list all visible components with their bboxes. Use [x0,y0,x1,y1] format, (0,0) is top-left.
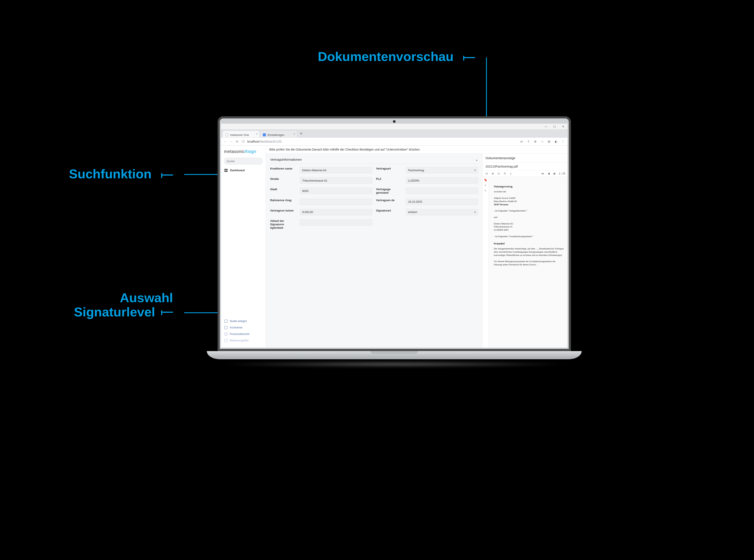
sidebar-link-label: Studie anlegen [230,320,247,323]
field-volumen[interactable]: 9.000,00 [300,209,372,215]
field-rahmen[interactable] [300,199,372,205]
select-signaturart[interactable]: einfach ▾ [406,209,478,215]
page-sep: / [560,172,562,175]
field-gegenstand[interactable] [406,187,478,194]
extensions-icon[interactable]: ⊞ [547,140,552,143]
bookmark-icon[interactable]: ☆ [540,140,544,143]
url-host: localhost [247,140,259,143]
nav-reload-icon[interactable]: ⟳ [235,140,239,143]
browser-tabstrip: metasonic One × Einstellungen × + [221,130,568,137]
main: Bitte prüfen Sie die Dokumente.Danach bi… [266,146,568,348]
contract-info-header[interactable]: Vertragsinformationen ⌄ [269,155,479,164]
browser-addressbar: ← → ⟳ ⓘ localhost/dashboard/1232 ⇄ ⇪ ⊕ ☆… [221,137,568,146]
doc-text: 28307 Bremen [494,203,564,206]
dashboard-icon [224,169,228,172]
translate-icon[interactable]: ⇄ [519,140,524,143]
expand-tool-icon[interactable]: ✕ [484,184,487,187]
field-value: Tribschenstrasse 61 [302,179,328,182]
zoom-in-icon[interactable]: ⊕ [491,172,495,175]
contract-info-panel: Vertragsinformationen ⌄ Kreditoren name … [266,154,482,348]
site-info-icon[interactable]: ⓘ [241,140,245,143]
prev-page-icon[interactable]: ◀ [547,172,551,175]
edit-tool-icon[interactable]: ✎ [484,189,487,192]
field-value: LUZERN [408,179,419,182]
label-volumen: Vertragsvo lumen [270,209,296,215]
callout-doc-preview: Dokumentenvorschau [272,49,475,64]
share-icon[interactable]: ⇪ [526,140,531,143]
field-strasse[interactable]: Tribschenstrasse 61 [300,177,372,184]
first-page-icon[interactable]: ⏮ [541,172,544,175]
callout-doc-preview-text: Dokumentenvorschau [318,49,454,64]
select-value: einfach [408,211,417,214]
url-text[interactable]: localhost/dashboard/1232 [247,140,282,143]
sidebar-link-archiv[interactable]: Archivieren [221,324,265,331]
sidebar-link-studie[interactable]: Studie anlegen [221,318,265,324]
sidebar-bottom: Studie anlegen Archivieren Prozessübersi… [221,316,265,348]
sidebar-item-dashboard[interactable]: Dashboard [221,166,265,175]
nav-forward-icon[interactable]: → [229,140,233,143]
search-input[interactable]: Suche [224,157,263,165]
document-body: 🔖 ✕ ✎ Nutzungsvertrag zwischen der Allge… [482,177,568,348]
laptop-mockup: — ▢ ✕ metasonic One × Einstellungen × + [218,116,571,367]
sidebar-link-label: Archivieren [230,326,242,329]
browser-tab-2[interactable]: Einstellungen × [260,131,297,137]
laptop-shadow [218,361,571,367]
document-toolbar: ⊖ ⊕ ⎙ ↻ ⭳ ⏮ ◀ ▶ 1 / 25 [482,171,568,177]
field-stadt[interactable]: 6005 [300,187,372,194]
window-minimize[interactable]: — [541,125,550,128]
zoom-out-icon[interactable]: ⊖ [485,172,489,175]
field-ablauf[interactable] [300,219,372,226]
chevron-down-icon: ⌄ [475,157,478,162]
window-maximize[interactable]: ▢ [550,125,559,128]
sidebar-link-mark[interactable]: Markierungsfilter [221,337,265,344]
profile-icon[interactable]: ◐ [554,140,558,143]
menu-icon[interactable]: ⋮ [560,140,565,143]
doc-text: - im folgenden "Grundstückseigentümer" - [494,235,564,238]
select-value: Pachtvertrag [408,169,424,172]
window-close[interactable]: ✕ [559,125,568,128]
callout-search-text: Suchfunktion [69,167,152,181]
archive-icon [224,326,227,329]
panel-title: Vertragsinformationen [270,158,302,161]
label-strasse: Straße [270,177,296,184]
doc-text: und [494,216,564,219]
field-ende[interactable]: 18.10.2025 [406,199,478,205]
page-indicator: 1 / 25 [559,172,565,175]
label-signaturart: Signaturart [376,209,402,215]
label-ablauf: Ablauf der Signaturm öglichkeit [270,219,296,230]
sidebar: metasonic®sign Suche Dashboard Studie an… [221,146,266,348]
label-stadt: Stadt [270,187,296,195]
close-tab-icon[interactable]: × [256,132,258,136]
select-vertragsart[interactable]: Pachtvertrag ▾ [406,167,478,173]
nav-back-icon[interactable]: ← [223,140,227,143]
document-page: Nutzungsvertrag zwischen der Allgeier In… [489,177,568,348]
document-viewer-title: Dokumentenanzeige [482,154,568,163]
print-icon[interactable]: ⎙ [497,172,501,175]
laptop-screen: — ▢ ✕ metasonic One × Einstellungen × + [221,124,568,348]
search-placeholder: Suche [226,160,235,163]
process-icon [224,333,227,336]
doc-text: Vor diesem Hintergrund gestattet der Gru… [494,260,564,266]
browser-tab-active[interactable]: metasonic One × [223,131,259,137]
document-viewer-panel: Dokumentenanzeige 202210Pachtvertrag.pdf… [482,154,568,348]
field-kreditor[interactable]: Elektro-Material AG [300,167,372,173]
url-path: /dashboard/1232 [259,140,282,143]
field-plz[interactable]: LUZERN [406,177,478,184]
next-page-icon[interactable]: ▶ [553,172,557,175]
sidebar-link-label: Prozessübersicht [230,333,250,336]
zoom-icon[interactable]: ⊕ [533,140,538,143]
sidebar-link-prozess[interactable]: Prozessübersicht [221,331,265,337]
sidebar-item-label: Dashboard [230,169,245,172]
download-icon[interactable]: ⭳ [509,172,513,175]
laptop-lid: — ▢ ✕ metasonic One × Einstellungen × + [218,116,571,351]
new-tab-button[interactable]: + [298,131,304,137]
app-root: metasonic®sign Suche Dashboard Studie an… [221,146,568,348]
brand-suffix: sign [248,149,256,154]
rotate-icon[interactable]: ↻ [503,172,507,175]
label-vertragsart: Vertragsart [376,167,402,173]
bookmark-tool-icon[interactable]: 🔖 [484,178,487,182]
browser-tab-2-title: Einstellungen [267,133,284,137]
field-value: Elektro-Material AG [302,169,326,172]
close-tab-icon[interactable]: × [293,132,295,136]
sidebar-link-label: Markierungsfilter [230,339,249,342]
